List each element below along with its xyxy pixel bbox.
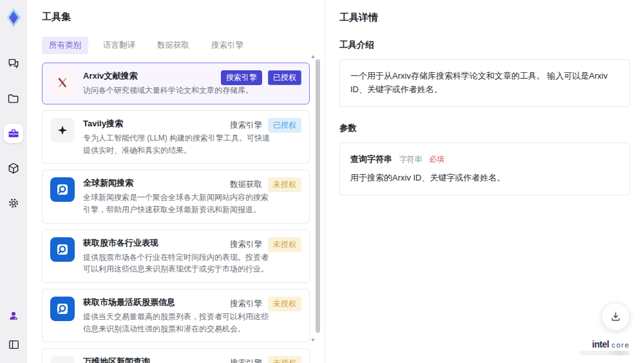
tool-list-panel: 工具集 所有类别 语言翻译 数据获取 搜索引擎 Arxiv文献搜索 访问各个研究…: [27, 0, 325, 363]
category-badge: 搜索引擎: [221, 70, 262, 85]
param-name: 查询字符串: [350, 154, 392, 164]
tool-card-list: Arxiv文献搜索 访问各个研究领域大量科学论文和文章的存储库。 搜索引擎 已授…: [42, 63, 310, 363]
tool-description: 提供股票市场各个行业在特定时间段内的表现。投资者可以利用这些信息来识别表现优于或…: [83, 251, 274, 275]
category-label: 搜索引擎: [230, 358, 262, 363]
nav-user-profile[interactable]: [4, 306, 23, 326]
newspaper-icon: [50, 356, 75, 363]
tool-description: 提供当天交易量最高的股票列表，投资者可以利用这些信息来识别流动性强的股票和潜在的…: [83, 311, 274, 335]
four-point-star-icon: [50, 118, 75, 142]
download-button[interactable]: [601, 302, 630, 331]
blue-magnifier-icon: [50, 177, 75, 202]
brand-intel-text: intel: [592, 339, 609, 349]
tool-description: 访问各个研究领域大量科学论文和文章的存储库。: [83, 84, 274, 97]
tool-description: 专为人工智能代理 (LLM) 构建的搜索引擎工具。可快速提供实时、准确和真实的结…: [83, 132, 274, 156]
nav-packages[interactable]: [4, 159, 23, 178]
tool-card-tavily[interactable]: Tavily搜索 专为人工智能代理 (LLM) 构建的搜索引擎工具。可快速提供实…: [42, 110, 310, 164]
brand-sub-mark: [580, 351, 630, 355]
nav-files[interactable]: [4, 89, 23, 108]
blue-magnifier-icon: [50, 297, 75, 321]
arxiv-x-icon: [50, 70, 75, 95]
status-badge: 未授权: [268, 177, 301, 192]
tab-all-categories[interactable]: 所有类别: [42, 37, 88, 54]
nav-settings[interactable]: [4, 193, 23, 213]
toolbox-icon: [7, 127, 20, 140]
status-badge: 已授权: [268, 118, 301, 133]
intro-box: 一个用于从Arxiv存储库搜索科学论文和文章的工具。 输入可以是Arxiv ID…: [339, 59, 630, 107]
blue-magnifier-icon: [50, 237, 75, 262]
scrollbar-thumb[interactable]: [316, 59, 320, 333]
detail-title: 工具详情: [339, 12, 630, 24]
collapse-sidebar-button[interactable]: [4, 335, 23, 354]
scroll-up-arrow[interactable]: ▲: [310, 54, 316, 59]
download-tray-icon: [609, 310, 622, 323]
category-label: 搜索引擎: [230, 239, 262, 250]
folder-icon: [7, 92, 20, 105]
brand-core-text: core: [612, 341, 630, 349]
category-label: 搜索引擎: [230, 120, 262, 131]
cube-icon: [7, 162, 20, 175]
tool-detail-panel: 工具详情 工具介绍 一个用于从Arxiv存储库搜索科学论文和文章的工具。 输入可…: [325, 0, 644, 363]
param-description: 用于搜索的Arxiv ID、关键字或作者姓名。: [350, 172, 619, 185]
intro-heading: 工具介绍: [339, 39, 630, 51]
param-type: 字符串: [399, 155, 422, 164]
tool-card-active-stocks[interactable]: 获取市场最活跃股票信息 提供当天交易量最高的股票列表，投资者可以利用这些信息来识…: [42, 289, 310, 342]
nav-toolbox[interactable]: [4, 124, 23, 143]
params-heading: 参数: [339, 123, 630, 134]
tool-card-arxiv[interactable]: Arxiv文献搜索 访问各个研究领域大量科学论文和文章的存储库。 搜索引擎 已授…: [42, 63, 310, 104]
status-badge: 未授权: [268, 297, 301, 311]
tool-card-global-news[interactable]: 全球新闻搜索 全球新闻搜索是一个聚合全球各大新闻网站内容的搜索引擎，帮助用户快速…: [42, 170, 310, 223]
user-avatar-icon: [7, 309, 20, 322]
tool-card-regional-news[interactable]: 万维地区新闻查询 查询具体行政区划内的新闻，快速了解各地新闻动 搜索引擎 未授权: [42, 348, 310, 363]
intro-text: 一个用于从Arxiv存储库搜索科学论文和文章的工具。 输入可以是Arxiv ID…: [350, 71, 607, 94]
page-title: 工具集: [42, 11, 325, 23]
tab-search-engine[interactable]: 搜索引擎: [204, 37, 251, 54]
nav-chat[interactable]: [4, 54, 23, 74]
status-badge: 未授权: [268, 356, 301, 363]
app-window: 工具集 所有类别 语言翻译 数据获取 搜索引擎 Arxiv文献搜索 访问各个研究…: [0, 0, 644, 363]
param-header-row: 查询字符串 字符串 必填: [350, 153, 619, 166]
category-label: 搜索引擎: [230, 299, 262, 309]
param-required-badge: 必填: [429, 155, 444, 164]
tab-data-fetch[interactable]: 数据获取: [150, 37, 196, 54]
category-tabs: 所有类别 语言翻译 数据获取 搜索引擎: [42, 37, 325, 54]
rail-bottom: [4, 306, 23, 354]
diamond-gem-icon: [5, 8, 22, 27]
tool-description: 全球新闻搜索是一个聚合全球各大新闻网站内容的搜索引擎，帮助用户快速获取全球最新资…: [83, 191, 274, 215]
status-badge: 未授权: [268, 237, 301, 252]
category-label: 数据获取: [230, 179, 262, 190]
status-badge: 已授权: [268, 70, 301, 85]
icon-rail: [0, 0, 27, 363]
app-logo: [4, 6, 23, 28]
gear-icon: [7, 197, 20, 210]
intel-core-logo: intel core: [580, 339, 630, 355]
tab-language-translation[interactable]: 语言翻译: [96, 37, 142, 54]
tool-card-stock-sectors[interactable]: 获取股市各行业表现 提供股票市场各个行业在特定时间段内的表现。投资者可以利用这些…: [42, 230, 310, 283]
scroll-down-arrow[interactable]: ▼: [310, 338, 316, 343]
rail-nav: [4, 54, 23, 213]
param-item: 查询字符串 字符串 必填 用于搜索的Arxiv ID、关键字或作者姓名。: [339, 142, 630, 196]
collapse-panel-icon: [8, 338, 20, 351]
chat-icon: [7, 57, 20, 70]
